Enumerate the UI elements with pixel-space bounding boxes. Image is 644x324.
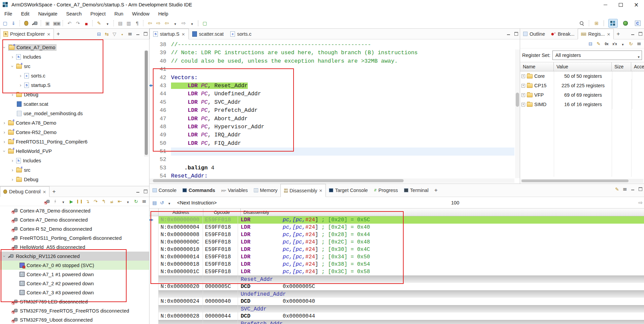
view-menu-button[interactable]	[637, 41, 641, 46]
tree-item-scatter-scat[interactable]: scatter.scat	[0, 99, 149, 109]
collapse-all-button[interactable]	[97, 32, 101, 36]
tab-terminal[interactable]: Terminal	[401, 184, 432, 197]
menu-search[interactable]: Search	[62, 11, 86, 17]
history-dropdown[interactable]	[167, 200, 172, 205]
debug-item-core2-powered-down[interactable]: Cortex-A7_2 #2 powered down	[0, 279, 149, 288]
perspective-armds-button[interactable]	[608, 19, 618, 28]
chevron-right-icon[interactable]	[3, 130, 6, 135]
tab-debug-control[interactable]: Debug Control	[0, 186, 49, 197]
minimize-view-button[interactable]	[630, 32, 635, 36]
disasm-row[interactable]: N:0x00000004E59FF018LDR pc,[pc,#24] ; [0…	[149, 224, 644, 231]
tree-item-hw-debug[interactable]: Debug	[0, 175, 149, 184]
register-group-core[interactable]: Core50 of 50 registers	[520, 71, 644, 81]
registers-horizontal-scrollbar[interactable]	[521, 179, 643, 183]
minimize-view-button[interactable]	[630, 187, 635, 192]
step-dropdown[interactable]	[126, 199, 130, 204]
pin-editor-button[interactable]	[202, 20, 208, 27]
menu-help[interactable]: Help	[154, 11, 173, 17]
column-name[interactable]: Name	[520, 62, 554, 71]
debug-item-stm32f769-freertos[interactable]: STM32F769_FreeRTOS_FreeRTOS disconnected	[0, 306, 149, 315]
debug-item-cortex-a78[interactable]: Cortex-A78_Demo disconnected	[0, 206, 149, 215]
tree-item-cortex-a78-demo[interactable]: Cortex-A78_Demo	[0, 118, 149, 128]
history-button[interactable]	[160, 200, 164, 205]
back-dropdown[interactable]	[172, 20, 178, 27]
chevron-right-icon[interactable]	[11, 158, 14, 163]
tab-project-explorer[interactable]: Project Explorer	[0, 29, 54, 39]
disasm-row[interactable]: N:0x000000200000005CDCD 0x0000005C	[149, 283, 644, 290]
disasm-row[interactable]: N:0x0000000CE59FF018LDR pc,[pc,#24] ; [0…	[149, 238, 644, 246]
tree-item-hw-src[interactable]: src	[0, 165, 149, 175]
undo-button[interactable]	[66, 20, 72, 27]
step-out-button[interactable]	[101, 199, 106, 204]
register-group-vfp[interactable]: VFP69 of 69 registers	[520, 90, 644, 100]
next-annotation-button[interactable]	[155, 20, 161, 27]
tab-progress[interactable]: ⇵Progress	[371, 184, 401, 197]
tab-disassembly[interactable]: 101010Disassembly	[280, 184, 326, 197]
navigate-forward-button[interactable]	[638, 197, 643, 208]
debug-item-rockchip-rv1126[interactable]: Rockchip_RV1126 connected	[0, 252, 149, 261]
filter-button[interactable]	[112, 32, 117, 36]
new-view-tab-button[interactable]	[614, 29, 622, 39]
chevron-right-icon[interactable]	[11, 92, 14, 97]
chevron-right-icon[interactable]	[3, 120, 6, 126]
view-menu-button[interactable]	[622, 187, 627, 192]
tree-item-hw-includes[interactable]: Includes	[0, 156, 149, 165]
debug-item-core0-stopped[interactable]: Cortex-A7_0 #0 stopped (SVC)	[0, 261, 149, 270]
menu-run[interactable]: Run	[110, 11, 128, 17]
chevron-right-icon[interactable]	[19, 73, 22, 78]
minimize-view-button[interactable]	[506, 32, 511, 36]
chevron-down-icon[interactable]	[2, 255, 7, 258]
export-button[interactable]	[152, 200, 157, 205]
customize-view-button[interactable]	[120, 32, 125, 36]
menu-project[interactable]: Project	[86, 11, 110, 17]
forward-dropdown[interactable]	[189, 20, 195, 27]
disasm-row[interactable]: N:0x0000002400000040DCD 0x00000040	[149, 298, 644, 305]
column-disassembly[interactable]: Disassembly	[241, 208, 644, 216]
tree-item-startup-s[interactable]: startup.S	[0, 80, 149, 90]
chevron-down-icon[interactable]	[2, 46, 7, 49]
perspective-c-button[interactable]: C	[633, 19, 642, 27]
refresh-registers-button[interactable]	[629, 41, 633, 46]
tab-sorts-c[interactable]: sorts.c	[227, 29, 255, 39]
perspective-debug-button[interactable]	[621, 19, 630, 27]
highlight-dropdown[interactable]	[104, 20, 110, 27]
register-set-select[interactable]: All registers	[552, 51, 642, 60]
save-all-button[interactable]	[53, 20, 60, 27]
search-button[interactable]	[579, 20, 585, 27]
go-back-button[interactable]	[117, 199, 122, 204]
disasm-row-current[interactable]: N:0x00000000E59FF018LDR pc,[pc,#24] ; [0…	[149, 216, 644, 224]
disasm-row[interactable]: N:0x0000002800000044DCD 0x00000044	[149, 313, 644, 320]
connect-dropdown[interactable]	[61, 199, 66, 204]
pause-button[interactable]	[77, 199, 82, 204]
disasm-row[interactable]: N:0x00000018E59FF018LDR pc,[pc,#24] ; [0…	[149, 261, 644, 268]
column-value[interactable]: Value	[554, 62, 612, 71]
tab-target-console[interactable]: Target Console	[326, 184, 371, 197]
format-dropdown[interactable]	[620, 41, 625, 46]
chevron-down-icon[interactable]	[2, 150, 7, 153]
minimize-view-button[interactable]	[135, 32, 140, 36]
disasm-row[interactable]: N:0x00000010E59FF018LDR pc,[pc,#24] ; [0…	[149, 246, 644, 253]
debug-item-core3-powered-down[interactable]: Cortex-A7_3 #3 powered down	[0, 288, 149, 297]
expand-icon[interactable]	[521, 84, 525, 88]
back-button[interactable]	[164, 20, 170, 27]
import-button[interactable]	[10, 20, 16, 27]
expand-icon[interactable]	[521, 93, 525, 97]
disasm-row[interactable]: N:0x00000008E59FF018LDR pc,[pc,#24] ; [0…	[149, 231, 644, 238]
connect-button[interactable]	[53, 199, 58, 204]
menu-edit[interactable]: Edit	[16, 11, 34, 17]
disasm-label-row[interactable]: Reset_Addr	[149, 276, 644, 283]
close-tab-icon[interactable]	[319, 188, 323, 193]
previous-annotation-button[interactable]	[147, 20, 153, 27]
expand-icon[interactable]	[521, 103, 525, 106]
disasm-row[interactable]: N:0x0000001CE59FF018LDR pc,[pc,#24] ; [0…	[149, 268, 644, 276]
tab-registers[interactable]: 010 Regis...	[578, 29, 614, 39]
link-with-editor-button[interactable]	[104, 32, 109, 36]
tab-console[interactable]: Console	[149, 184, 179, 197]
open-element-button[interactable]	[126, 20, 132, 27]
tree-item-helloworld-fvp[interactable]: HelloWorld_FVP	[0, 147, 149, 156]
tree-item-includes[interactable]: Includes	[0, 52, 149, 62]
debug-item-stm32f769-uboot[interactable]: STM32F769_Uboot disconnected	[0, 315, 149, 324]
debug-item-core1-powered-down[interactable]: Cortex-A7_1 #1 powered down	[0, 270, 149, 279]
tree-item-debug-folder[interactable]: Debug	[0, 90, 149, 99]
debug-item-cortex-r52[interactable]: Cortex-R 52_Demo disconnected	[0, 224, 149, 233]
